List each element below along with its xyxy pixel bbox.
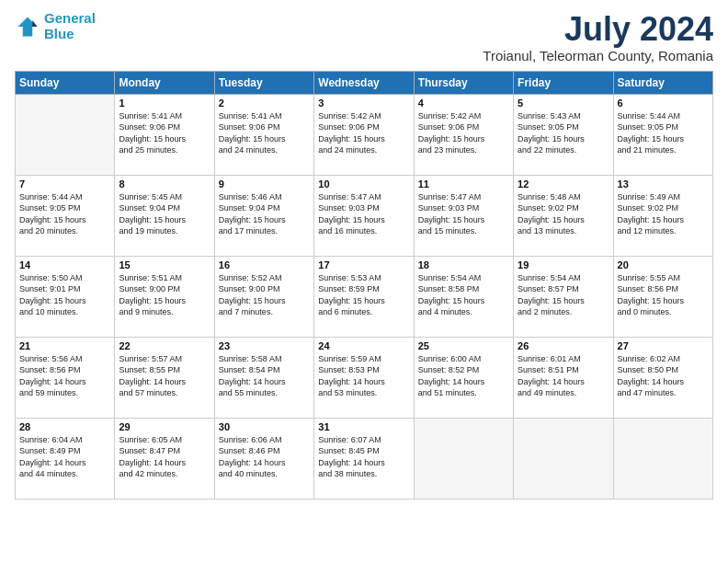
logo-line1: General [44,10,96,26]
calendar-cell: 1Sunrise: 5:41 AM Sunset: 9:06 PM Daylig… [115,94,214,175]
calendar-cell: 14Sunrise: 5:50 AM Sunset: 9:01 PM Dayli… [16,256,115,337]
day-info: Sunrise: 5:43 AM Sunset: 9:05 PM Dayligh… [518,110,609,156]
day-info: Sunrise: 5:55 AM Sunset: 8:56 PM Dayligh… [618,272,709,318]
logo-line2: Blue [44,26,74,41]
calendar-header-sunday: Sunday [16,71,115,94]
calendar-header-monday: Monday [115,71,214,94]
day-info: Sunrise: 5:42 AM Sunset: 9:06 PM Dayligh… [418,110,509,156]
calendar-cell: 30Sunrise: 6:06 AM Sunset: 8:46 PM Dayli… [214,418,313,499]
day-number: 5 [518,98,609,109]
calendar-cell: 31Sunrise: 6:07 AM Sunset: 8:45 PM Dayli… [314,418,414,499]
day-info: Sunrise: 5:44 AM Sunset: 9:05 PM Dayligh… [19,191,110,237]
calendar-header-thursday: Thursday [414,71,513,94]
day-number: 21 [19,340,110,351]
day-number: 16 [219,259,310,270]
day-number: 20 [618,259,709,270]
calendar-cell: 21Sunrise: 5:56 AM Sunset: 8:56 PM Dayli… [16,337,115,418]
day-info: Sunrise: 5:58 AM Sunset: 8:54 PM Dayligh… [219,353,310,399]
day-number: 4 [418,98,509,109]
logo-text: General Blue [44,11,96,41]
calendar-cell: 11Sunrise: 5:47 AM Sunset: 9:03 PM Dayli… [414,175,513,256]
day-number: 6 [618,98,709,109]
page: General Blue July 2024 Troianul, Teleorm… [0,0,728,563]
calendar-cell: 2Sunrise: 5:41 AM Sunset: 9:06 PM Daylig… [214,94,313,175]
day-number: 30 [219,421,310,432]
calendar-cell: 23Sunrise: 5:58 AM Sunset: 8:54 PM Dayli… [214,337,313,418]
day-info: Sunrise: 5:46 AM Sunset: 9:04 PM Dayligh… [219,191,310,237]
calendar-cell [613,418,712,499]
day-info: Sunrise: 5:41 AM Sunset: 9:06 PM Dayligh… [119,110,210,156]
calendar-cell: 9Sunrise: 5:46 AM Sunset: 9:04 PM Daylig… [214,175,313,256]
calendar-week-1: 1Sunrise: 5:41 AM Sunset: 9:06 PM Daylig… [16,94,713,175]
header: General Blue July 2024 Troianul, Teleorm… [15,11,713,63]
day-number: 29 [119,421,210,432]
day-info: Sunrise: 5:54 AM Sunset: 8:57 PM Dayligh… [518,272,609,318]
calendar-header-friday: Friday [514,71,613,94]
calendar-cell: 28Sunrise: 6:04 AM Sunset: 8:49 PM Dayli… [16,418,115,499]
calendar-week-4: 21Sunrise: 5:56 AM Sunset: 8:56 PM Dayli… [16,337,713,418]
day-number: 22 [119,340,210,351]
day-number: 25 [418,340,509,351]
calendar-week-3: 14Sunrise: 5:50 AM Sunset: 9:01 PM Dayli… [16,256,713,337]
day-info: Sunrise: 5:47 AM Sunset: 9:03 PM Dayligh… [418,191,509,237]
day-info: Sunrise: 5:42 AM Sunset: 9:06 PM Dayligh… [318,110,409,156]
calendar-cell: 19Sunrise: 5:54 AM Sunset: 8:57 PM Dayli… [514,256,613,337]
calendar-week-5: 28Sunrise: 6:04 AM Sunset: 8:49 PM Dayli… [16,418,713,499]
day-number: 7 [19,178,110,190]
day-number: 26 [518,340,609,351]
day-number: 1 [119,98,210,109]
day-info: Sunrise: 5:56 AM Sunset: 8:56 PM Dayligh… [19,353,110,399]
day-number: 10 [318,178,409,190]
day-info: Sunrise: 5:41 AM Sunset: 9:06 PM Dayligh… [219,110,310,156]
calendar-header-row: SundayMondayTuesdayWednesdayThursdayFrid… [16,71,713,94]
logo: General Blue [15,11,96,41]
day-info: Sunrise: 5:54 AM Sunset: 8:58 PM Dayligh… [418,272,509,318]
day-info: Sunrise: 6:05 AM Sunset: 8:47 PM Dayligh… [119,434,210,480]
day-info: Sunrise: 6:04 AM Sunset: 8:49 PM Dayligh… [19,434,110,480]
day-number: 2 [219,98,310,109]
calendar-cell: 7Sunrise: 5:44 AM Sunset: 9:05 PM Daylig… [16,175,115,256]
day-info: Sunrise: 5:49 AM Sunset: 9:02 PM Dayligh… [618,191,709,237]
day-number: 11 [418,178,509,190]
calendar-cell: 20Sunrise: 5:55 AM Sunset: 8:56 PM Dayli… [613,256,712,337]
calendar-cell: 12Sunrise: 5:48 AM Sunset: 9:02 PM Dayli… [514,175,613,256]
calendar-header-tuesday: Tuesday [214,71,313,94]
day-info: Sunrise: 5:52 AM Sunset: 9:00 PM Dayligh… [219,272,310,318]
day-info: Sunrise: 6:01 AM Sunset: 8:51 PM Dayligh… [518,353,609,399]
calendar-cell: 4Sunrise: 5:42 AM Sunset: 9:06 PM Daylig… [414,94,513,175]
day-number: 31 [318,421,409,432]
subtitle: Troianul, Teleorman County, Romania [483,48,713,63]
svg-marker-1 [32,20,37,27]
calendar-cell: 18Sunrise: 5:54 AM Sunset: 8:58 PM Dayli… [414,256,513,337]
day-info: Sunrise: 5:47 AM Sunset: 9:03 PM Dayligh… [318,191,409,237]
calendar: SundayMondayTuesdayWednesdayThursdayFrid… [15,71,713,500]
calendar-header-wednesday: Wednesday [314,71,414,94]
day-number: 12 [518,178,609,190]
calendar-cell: 25Sunrise: 6:00 AM Sunset: 8:52 PM Dayli… [414,337,513,418]
title-block: July 2024 Troianul, Teleorman County, Ro… [483,11,713,63]
calendar-cell: 26Sunrise: 6:01 AM Sunset: 8:51 PM Dayli… [514,337,613,418]
calendar-cell: 22Sunrise: 5:57 AM Sunset: 8:55 PM Dayli… [115,337,214,418]
day-number: 24 [318,340,409,351]
day-number: 3 [318,98,409,109]
calendar-cell: 29Sunrise: 6:05 AM Sunset: 8:47 PM Dayli… [115,418,214,499]
day-info: Sunrise: 5:57 AM Sunset: 8:55 PM Dayligh… [119,353,210,399]
main-title: July 2024 [483,11,713,48]
day-info: Sunrise: 5:48 AM Sunset: 9:02 PM Dayligh… [518,191,609,237]
calendar-cell: 5Sunrise: 5:43 AM Sunset: 9:05 PM Daylig… [514,94,613,175]
day-number: 18 [418,259,509,270]
day-number: 14 [19,259,110,270]
calendar-week-2: 7Sunrise: 5:44 AM Sunset: 9:05 PM Daylig… [16,175,713,256]
day-number: 8 [119,178,210,190]
day-number: 23 [219,340,310,351]
calendar-header-saturday: Saturday [613,71,712,94]
day-info: Sunrise: 6:02 AM Sunset: 8:50 PM Dayligh… [618,353,709,399]
day-info: Sunrise: 5:53 AM Sunset: 8:59 PM Dayligh… [318,272,409,318]
calendar-cell: 17Sunrise: 5:53 AM Sunset: 8:59 PM Dayli… [314,256,414,337]
day-number: 15 [119,259,210,270]
day-number: 17 [318,259,409,270]
logo-icon [15,14,40,40]
calendar-cell: 6Sunrise: 5:44 AM Sunset: 9:05 PM Daylig… [613,94,712,175]
day-number: 9 [219,178,310,190]
day-info: Sunrise: 6:07 AM Sunset: 8:45 PM Dayligh… [318,434,409,480]
